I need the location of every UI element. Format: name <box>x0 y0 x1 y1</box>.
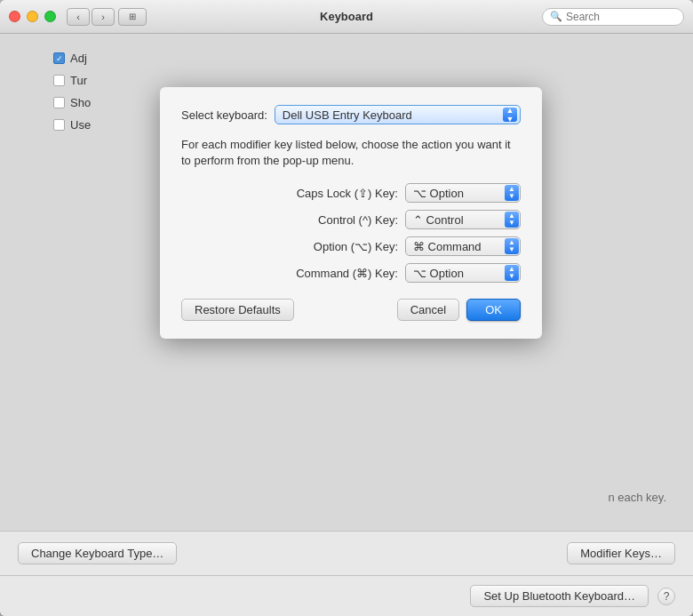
modifier-row-control: Control (^) Key: ⌃ Control No Action ⇪ C… <box>181 210 521 229</box>
modifier-keys-modal: Select keyboard: Dell USB Entry Keyboard… <box>160 87 542 339</box>
modifier-row-caps-lock: Caps Lock (⇪) Key: ⌥ Option No Action ⇪ … <box>181 183 521 203</box>
bluetooth-keyboard-button[interactable]: Set Up Bluetooth Keyboard… <box>470 585 649 607</box>
command-label: Command (⌘) Key: <box>256 267 398 280</box>
control-label: Control (^) Key: <box>256 213 398 227</box>
window-title: Keyboard <box>320 10 373 23</box>
control-select-wrapper: ⌃ Control No Action ⇪ Caps Lock ⌥ Option… <box>405 210 521 229</box>
checkbox-sho-label: Sho <box>70 96 91 109</box>
modifier-row-option: Option (⌥) Key: ⌘ Command No Action ⇪ Ca… <box>181 236 521 256</box>
select-keyboard-label: Select keyboard: <box>181 108 267 122</box>
keyboard-select[interactable]: Dell USB Entry Keyboard <box>275 105 521 124</box>
modifier-keys-button[interactable]: Modifier Keys… <box>567 542 675 564</box>
footer-row1: Change Keyboard Type… Modifier Keys… <box>0 531 693 575</box>
select-keyboard-row: Select keyboard: Dell USB Entry Keyboard… <box>181 105 521 124</box>
search-input[interactable] <box>566 11 676 23</box>
modal-buttons: Restore Defaults Cancel OK <box>181 299 521 321</box>
restore-defaults-button[interactable]: Restore Defaults <box>181 299 294 321</box>
description-text: For each modifier key listed below, choo… <box>181 137 521 169</box>
close-button[interactable] <box>9 11 20 22</box>
help-button[interactable]: ? <box>657 588 675 605</box>
control-select[interactable]: ⌃ Control No Action ⇪ Caps Lock ⌥ Option… <box>405 210 521 229</box>
checkbox-tur[interactable] <box>53 75 65 86</box>
checkbox-adj[interactable]: ✓ <box>53 52 65 64</box>
titlebar: ‹ › ⊞ Keyboard 🔍 <box>0 0 693 34</box>
option-select-wrapper: ⌘ Command No Action ⇪ Caps Lock ⌃ Contro… <box>405 236 521 256</box>
checkbox-use-label: Use <box>70 118 91 132</box>
checkbox-row-2: Tur <box>53 74 178 87</box>
each-key-text: n each key. <box>608 491 666 504</box>
command-select[interactable]: ⌥ Option No Action ⇪ Caps Lock ⌃ Control… <box>405 263 521 283</box>
change-keyboard-type-button[interactable]: Change Keyboard Type… <box>18 542 177 564</box>
option-select[interactable]: ⌘ Command No Action ⇪ Caps Lock ⌃ Contro… <box>405 236 521 256</box>
background-panel: ✓ Adj Tur Sho Use <box>53 52 178 140</box>
checkbox-row-3: Sho <box>53 96 178 109</box>
back-button[interactable]: ‹ <box>67 8 90 26</box>
caps-lock-select-wrapper: ⌥ Option No Action ⇪ Caps Lock ⌃ Control… <box>405 183 521 203</box>
keyboard-select-wrapper: Dell USB Entry Keyboard ▲▼ <box>275 105 521 124</box>
modal-right-buttons: Cancel OK <box>397 299 521 321</box>
modifier-row-command: Command (⌘) Key: ⌥ Option No Action ⇪ Ca… <box>181 263 521 283</box>
checkbox-use[interactable] <box>53 119 65 131</box>
search-icon: 🔍 <box>550 11 562 22</box>
option-label: Option (⌥) Key: <box>256 240 398 253</box>
traffic-lights <box>9 11 56 22</box>
minimize-button[interactable] <box>27 11 38 22</box>
checkbox-row-4: Use <box>53 118 178 132</box>
maximize-button[interactable] <box>44 11 56 22</box>
checkbox-sho[interactable] <box>53 97 65 108</box>
nav-buttons: ‹ › <box>67 8 115 26</box>
cancel-button[interactable]: Cancel <box>397 299 459 321</box>
checkbox-tur-label: Tur <box>70 74 87 87</box>
footer-row2: Set Up Bluetooth Keyboard… ? <box>0 575 693 616</box>
caps-lock-select[interactable]: ⌥ Option No Action ⇪ Caps Lock ⌃ Control… <box>405 183 521 203</box>
checkbox-adj-label: Adj <box>70 52 87 65</box>
ok-button[interactable]: OK <box>466 299 521 321</box>
forward-button[interactable]: › <box>92 8 115 26</box>
main-content: ✓ Adj Tur Sho Use Select keyboard: <box>0 34 693 531</box>
checkbox-row-1: ✓ Adj <box>53 52 178 65</box>
grid-button[interactable]: ⊞ <box>118 8 147 26</box>
keyboard-window: ‹ › ⊞ Keyboard 🔍 ✓ Adj Tur S <box>0 0 693 616</box>
search-box[interactable]: 🔍 <box>542 8 684 26</box>
caps-lock-label: Caps Lock (⇪) Key: <box>256 187 398 200</box>
command-select-wrapper: ⌥ Option No Action ⇪ Caps Lock ⌃ Control… <box>405 263 521 283</box>
